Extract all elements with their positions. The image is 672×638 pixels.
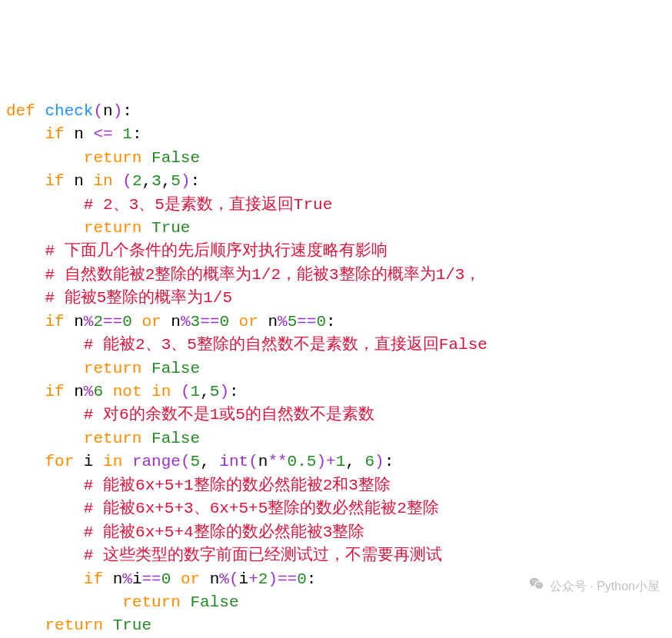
comment: # 2、3、5是素数，直接返回True (84, 196, 332, 214)
comment: # 下面几个条件的先后顺序对执行速度略有影响 (45, 242, 387, 260)
comment: # 对6的余数不是1或5的自然数不是素数 (84, 406, 374, 424)
builtin-range: range (132, 453, 181, 470)
function-name: check (45, 102, 93, 120)
comment: # 能被5整除的概率为1/5 (45, 289, 232, 307)
watermark: 公众号 · Python小屋 (514, 557, 660, 615)
comment: # 自然数能被2整除的概率为1/2，能被3整除的概率为1/3， (45, 266, 481, 284)
const-true: True (151, 219, 190, 237)
comment: # 能被2、3、5整除的自然数不是素数，直接返回False (84, 336, 487, 354)
comment: # 能被6x+5+1整除的数必然能被2和3整除 (84, 477, 391, 494)
const-false: False (151, 149, 200, 167)
keyword-for: for (45, 453, 74, 470)
comment: # 能被6x+5+4整除的数必然能被3整除 (84, 523, 364, 541)
param-n: n (103, 102, 113, 120)
keyword-return: return (84, 149, 142, 167)
watermark-text: 公众号 · Python小屋 (550, 577, 660, 595)
comment: # 这些类型的数字前面已经测试过，不需要再测试 (84, 547, 442, 564)
paren-open: ( (93, 102, 103, 120)
paren-close: ) (113, 102, 123, 120)
keyword-if: if (45, 125, 64, 143)
keyword-def: def (6, 102, 35, 120)
colon: : (122, 102, 132, 120)
comment: # 能被6x+5+3、6x+5+5整除的数必然能被2整除 (84, 500, 439, 517)
builtin-int: int (219, 453, 248, 470)
wechat-icon (514, 557, 545, 615)
